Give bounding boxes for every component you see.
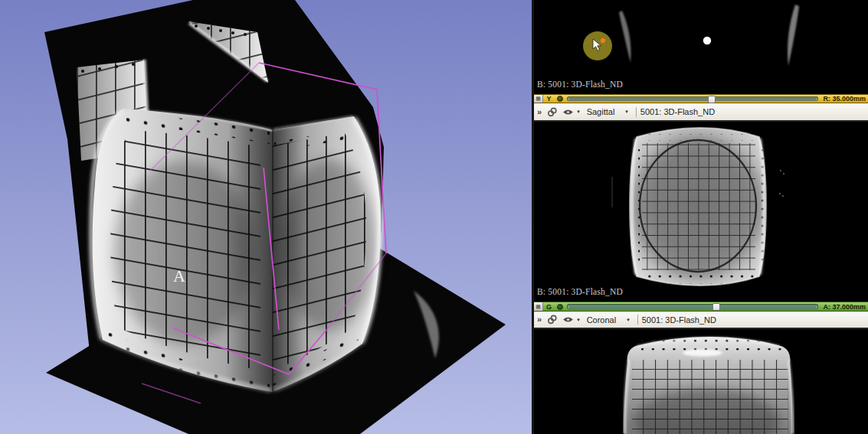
eye-icon xyxy=(562,316,574,323)
sagittal-background-volume-label: B: 5001: 3D-Flash_ND xyxy=(537,287,623,296)
eye-icon xyxy=(562,109,574,116)
crosshair-dot xyxy=(601,38,605,43)
orientation-value: Coronal xyxy=(587,315,617,325)
sagittal-toolbar: » ▾ Sagittal ▾ 5001: 3D-Flash_ xyxy=(534,103,868,122)
phantom-sagittal xyxy=(611,128,784,286)
expand-toolbar-button[interactable]: » xyxy=(536,108,542,116)
cursor-highlight xyxy=(583,31,612,60)
slice-views-panel: B: 5001: 3D-Flash_ND ▦ Y R: 35.000mm » xyxy=(532,0,868,434)
slider-track xyxy=(569,99,816,100)
slice-marker-icon[interactable] xyxy=(555,95,565,103)
link-views-button[interactable] xyxy=(545,106,558,118)
orientation-value: Sagittal xyxy=(587,107,615,116)
slider-track xyxy=(569,307,816,308)
slice-offset-slider[interactable] xyxy=(567,304,818,309)
slice-marker-icon[interactable] xyxy=(555,302,565,311)
slice-axis-label: G xyxy=(543,302,555,311)
link-views-button[interactable] xyxy=(545,314,558,326)
link-icon xyxy=(547,315,557,325)
coronal-toolbar: » ▾ Coronal ▾ 5001: 3D-Flash_N xyxy=(534,312,868,329)
slider-handle[interactable] xyxy=(708,96,716,103)
fiducial-point[interactable] xyxy=(703,37,711,44)
link-icon xyxy=(547,107,557,117)
orientation-select[interactable]: Sagittal ▾ xyxy=(582,106,632,117)
coronal-slice-image xyxy=(534,329,868,434)
volume-selector[interactable]: 5001: 3D-Flash_ND xyxy=(642,315,716,325)
slice-offset-value: A: 37.000mm xyxy=(821,302,868,311)
volume-selector[interactable]: 5001: 3D-Flash_ND xyxy=(640,107,715,116)
slice-axis-label: Y xyxy=(543,95,555,103)
orientation-marker-anterior: A xyxy=(173,266,185,286)
visibility-button[interactable] xyxy=(561,314,575,326)
visibility-dropdown-arrow[interactable]: ▾ xyxy=(577,109,580,115)
axial-slice-view[interactable]: B: 5001: 3D-Flash_ND xyxy=(534,0,868,94)
phantom-coronal xyxy=(624,337,793,434)
visibility-dropdown-arrow[interactable]: ▾ xyxy=(577,317,580,323)
coronal-slice-view[interactable] xyxy=(534,329,868,434)
slice-offset-value: R: 35.000mm xyxy=(821,95,868,103)
slider-handle[interactable] xyxy=(712,303,720,311)
visibility-button[interactable] xyxy=(561,106,575,118)
sagittal-slice-image xyxy=(534,122,868,302)
toolbar-divider xyxy=(636,107,637,117)
chevron-down-icon: ▾ xyxy=(625,109,628,115)
slicer-application-window: A B: 5001: 3D-Flash_ND xyxy=(0,0,868,434)
3d-scene-canvas: A xyxy=(0,0,532,434)
sagittal-slice-controller-bar: ▦ Y R: 35.000mm xyxy=(534,94,868,103)
pin-icon[interactable]: ▦ xyxy=(534,302,543,311)
orientation-select[interactable]: Coronal ▾ xyxy=(582,315,634,325)
sagittal-slice-view[interactable]: B: 5001: 3D-Flash_ND xyxy=(534,122,868,302)
coronal-slice-controller-bar: ▦ G A: 37.000mm xyxy=(534,302,868,312)
toolbar-divider xyxy=(637,315,638,325)
slice-offset-slider[interactable] xyxy=(567,96,818,101)
axial-background-volume-label: B: 5001: 3D-Flash_ND xyxy=(537,80,623,89)
chevron-down-icon: ▾ xyxy=(627,317,630,323)
3d-view[interactable]: A xyxy=(0,0,532,434)
expand-toolbar-button[interactable]: » xyxy=(536,315,542,324)
pin-icon[interactable]: ▦ xyxy=(534,95,543,103)
